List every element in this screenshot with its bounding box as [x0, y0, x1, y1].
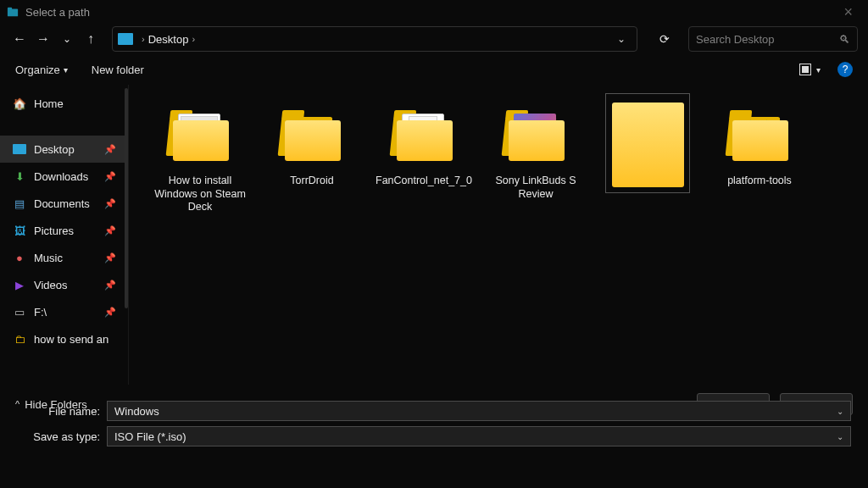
type-select[interactable]: ISO File (*.iso) ⌄: [107, 426, 851, 446]
titlebar: Select a path ×: [0, 0, 868, 24]
forward-button[interactable]: →: [34, 31, 53, 47]
address-segment[interactable]: Desktop: [148, 33, 189, 46]
documents-icon: ▤: [12, 197, 27, 210]
app-icon: [7, 6, 19, 18]
sidebar-item-drive-f[interactable]: ▭ F:\ 📌: [0, 298, 128, 325]
tile-label: Sony LinkBuds S Review: [485, 175, 587, 201]
close-button[interactable]: ×: [835, 3, 861, 21]
pictures-icon: 🖼: [12, 224, 27, 237]
sidebar: 🏠 Home Desktop 📌 ⬇ Downloads 📌 ▤ Documen…: [0, 85, 129, 385]
folder-tile[interactable]: How to install Windows on Steam Deck: [144, 97, 256, 214]
sidebar-item-music[interactable]: ● Music 📌: [0, 244, 128, 271]
drive-icon: ▭: [12, 305, 27, 319]
filename-row: File name: Windows ⌄: [0, 398, 868, 424]
pin-icon: 📌: [104, 144, 116, 155]
home-icon: 🏠: [12, 97, 27, 110]
folder-tile[interactable]: TorrDroid: [256, 97, 368, 214]
tile-label: TorrDroid: [290, 175, 333, 188]
chevron-right-icon: ›: [192, 34, 195, 44]
sidebar-item-documents[interactable]: ▤ Documents 📌: [0, 190, 128, 217]
music-icon: ●: [12, 251, 27, 264]
pin-icon: 📌: [104, 252, 116, 263]
sidebar-item-label: Downloads: [34, 170, 88, 183]
help-button[interactable]: ?: [837, 62, 853, 77]
pin-icon: 📌: [104, 307, 116, 318]
filename-input[interactable]: Windows ⌄: [107, 401, 851, 421]
downloads-icon: ⬇: [12, 169, 27, 183]
view-icon: [799, 64, 811, 75]
desktop-icon: [12, 142, 27, 156]
sidebar-item-downloads[interactable]: ⬇ Downloads 📌: [0, 163, 128, 190]
folder-tile[interactable]: Sony LinkBuds S Review: [480, 97, 592, 214]
sidebar-item-label: Pictures: [34, 225, 74, 237]
search-icon: 🔍︎: [839, 33, 850, 46]
sidebar-spacer: [0, 117, 128, 136]
svg-rect-0: [8, 9, 18, 17]
address-root-icon: [118, 33, 133, 45]
sidebar-item-home[interactable]: 🏠 Home: [0, 90, 128, 117]
sidebar-item-desktop[interactable]: Desktop 📌: [0, 136, 128, 163]
sidebar-item-label: Documents: [34, 197, 90, 210]
filename-value: Windows: [114, 405, 159, 418]
pin-icon: 📌: [104, 171, 116, 182]
search-placeholder: Search Desktop: [696, 33, 775, 46]
pin-icon: 📌: [104, 280, 116, 291]
sidebar-item-label: Videos: [34, 279, 68, 291]
up-button[interactable]: ↑: [81, 31, 100, 47]
organize-menu[interactable]: Organize ▾: [15, 64, 68, 76]
folder-tile-selected[interactable]: [592, 97, 704, 214]
folder-tile[interactable]: FanControl_net_7_0: [368, 97, 480, 214]
toolbar: Organize ▾ New folder ▾ ?: [0, 54, 868, 85]
sidebar-item-videos[interactable]: ▶ Videos 📌: [0, 271, 128, 298]
tile-label: platform-tools: [727, 175, 792, 188]
type-value: ISO File (*.iso): [114, 430, 186, 443]
chevron-down-icon[interactable]: ⌄: [837, 432, 843, 441]
sidebar-item-label: Home: [34, 97, 64, 110]
chevron-down-icon[interactable]: ⌄: [837, 407, 843, 416]
sidebar-scrollbar[interactable]: [125, 88, 128, 308]
address-bar[interactable]: › Desktop › ⌄: [112, 26, 637, 52]
form-area: File name: Windows ⌄ Save as type: ISO F…: [0, 393, 868, 449]
sidebar-item-label: Desktop: [34, 143, 75, 156]
chevron-down-icon: ▾: [64, 65, 68, 75]
pin-icon: 📌: [104, 225, 116, 236]
refresh-button[interactable]: ⟳: [653, 32, 676, 46]
file-view[interactable]: How to install Windows on Steam Deck Tor…: [129, 85, 868, 385]
tile-label: How to install Windows on Steam Deck: [149, 175, 251, 214]
new-folder-button[interactable]: New folder: [92, 64, 144, 76]
search-input[interactable]: Search Desktop 🔍︎: [688, 26, 858, 52]
videos-icon: ▶: [12, 278, 27, 291]
sidebar-item-label: F:\: [34, 306, 47, 319]
organize-label: Organize: [15, 64, 60, 76]
window-title: Select a path: [25, 6, 90, 19]
address-history-dropdown[interactable]: ⌄: [611, 33, 632, 45]
sidebar-item-folder[interactable]: 🗀 how to send an: [0, 325, 128, 352]
type-row: Save as type: ISO File (*.iso) ⌄: [0, 424, 868, 449]
chevron-down-icon: ▾: [816, 65, 821, 75]
chevron-right-icon: ›: [142, 34, 145, 44]
nav-row: ← → ⌄ ↑ › Desktop › ⌄ ⟳ Search Desktop 🔍…: [0, 24, 868, 54]
sidebar-item-label: how to send an: [34, 333, 108, 346]
sidebar-item-label: Music: [34, 252, 63, 264]
sidebar-item-pictures[interactable]: 🖼 Pictures 📌: [0, 217, 128, 244]
view-button[interactable]: ▾: [799, 64, 821, 75]
folder-icon: 🗀: [12, 332, 27, 346]
type-label: Save as type:: [0, 430, 107, 443]
tile-label: FanControl_net_7_0: [376, 175, 472, 188]
recent-dropdown[interactable]: ⌄: [58, 33, 76, 45]
pin-icon: 📌: [104, 198, 116, 209]
folder-tile[interactable]: platform-tools: [704, 97, 815, 214]
svg-rect-1: [8, 8, 12, 10]
back-button[interactable]: ←: [10, 31, 29, 47]
main-area: 🏠 Home Desktop 📌 ⬇ Downloads 📌 ▤ Documen…: [0, 85, 868, 385]
filename-label: File name:: [0, 405, 107, 418]
